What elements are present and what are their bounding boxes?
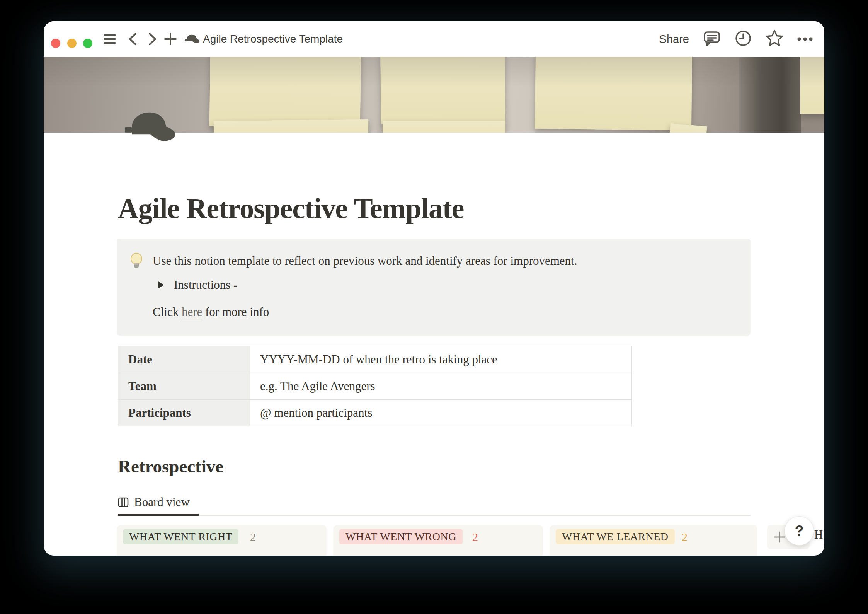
table-cell-label[interactable]: Date [118,346,250,373]
sticky-note [380,57,505,124]
group-pill[interactable]: WHAT WENT RIGHT [123,529,238,544]
group-count: 2 [250,530,256,544]
new-tab-icon[interactable] [163,21,177,57]
partially-visible-group-label: H [814,528,823,542]
table-row: Date YYYY-MM-DD of when the retro is tak… [118,346,632,373]
page-icon-cap[interactable] [125,109,178,145]
table-cell-value[interactable]: e.g. The Agile Avengers [250,373,632,400]
cover-window-frame-line [478,57,486,133]
sidebar-menu-icon[interactable] [103,21,116,57]
sticky-note [800,57,824,114]
close-window-button[interactable] [51,39,60,48]
minimize-window-button[interactable] [67,39,77,48]
group-pill[interactable]: WHAT WENT WRONG [339,529,463,544]
tab-title: Agile Retrospective Template [203,21,343,57]
info-table: Date YYYY-MM-DD of when the retro is tak… [118,346,632,426]
zoom-window-button[interactable] [83,39,92,48]
comments-icon[interactable] [703,29,721,49]
board-view-icon [118,497,129,508]
callout-link-line: Click here for more info [153,305,269,319]
share-button[interactable]: Share [659,33,689,46]
lightbulb-icon [129,252,143,273]
here-link[interactable]: here [182,305,202,319]
active-tab-underline [118,514,199,516]
instructions-toggle[interactable]: Instructions - [158,277,237,293]
board-column-what-went-right: WHAT WENT RIGHT 2 [117,525,327,556]
window-titlebar: Agile Retrospective Template Share [44,21,824,57]
board-column-what-we-learned: WHAT WE LEARNED 2 [550,525,757,556]
desktop-background: Agile Retrospective Template Share [0,0,868,614]
cover-dark-wall-strip [739,57,801,133]
forward-icon[interactable] [147,21,158,57]
sticky-note [669,123,707,133]
history-clock-icon[interactable] [735,30,752,48]
group-count: 2 [682,530,688,544]
cover-window-frame-line [252,57,262,133]
table-cell-label[interactable]: Team [118,373,250,400]
page-title: Agile Retrospective Template [118,192,464,225]
sticky-note [383,121,505,133]
section-heading: Retrospective [118,456,223,477]
back-icon[interactable] [127,21,138,57]
sticky-note [214,119,369,133]
help-button[interactable]: ? [785,516,814,546]
sticky-note [209,57,361,128]
table-row: Team e.g. The Agile Avengers [118,373,632,400]
table-cell-value[interactable]: @ mention participants [250,400,632,426]
group-pill[interactable]: WHAT WE LEARNED [556,529,675,544]
callout-text: Use this notion template to reflect on p… [153,254,577,268]
board-view-label: Board view [134,495,190,509]
table-row: Participants @ mention participants [118,400,632,426]
more-options-icon[interactable] [797,36,813,43]
toggle-triangle-icon [158,281,164,289]
titlebar-actions: Share [659,21,813,57]
group-count: 2 [472,530,478,544]
notion-window: Agile Retrospective Template Share [44,21,824,556]
toggle-label: Instructions - [174,278,237,292]
table-cell-label[interactable]: Participants [118,400,250,426]
table-cell-value[interactable]: YYYY-MM-DD of when the retro is taking p… [250,346,632,373]
plus-icon [773,531,786,543]
sticky-note [535,57,692,130]
callout-block: Use this notion template to reflect on p… [117,239,751,336]
tabs-divider [118,515,751,516]
tab-board-view[interactable]: Board view [118,495,190,509]
board-column-what-went-wrong: WHAT WENT WRONG 2 [333,525,543,556]
favorite-star-icon[interactable] [766,29,783,49]
tab-cap-icon [184,21,201,57]
